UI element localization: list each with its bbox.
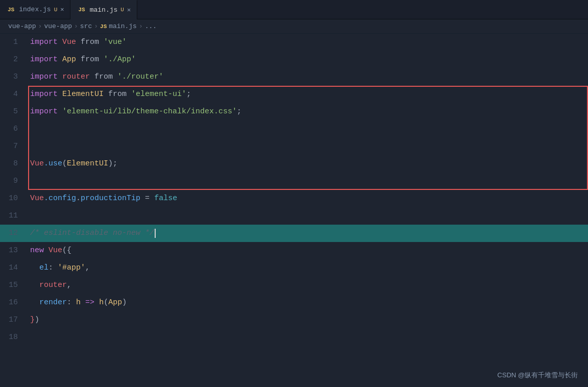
line-number: 17 [0,311,28,329]
token-sp [53,259,58,277]
token-sp [58,103,62,120]
token-sp [81,294,85,311]
line-number: 7 [0,138,28,155]
token-sp [71,294,76,311]
line-number: 6 [0,120,28,138]
line-content[interactable]: import App from './App' [28,51,588,68]
token-id-vue: Vue [62,34,76,51]
close-icon[interactable]: ✕ [127,6,131,14]
line-content[interactable]: Vue.use(ElementUI); [28,155,588,173]
line-content[interactable]: render: h => h(App) [28,294,588,311]
token-kw: import [30,51,58,68]
close-icon[interactable]: ✕ [60,6,64,13]
breadcrumb-sep: › [139,22,143,30]
token-sp [30,259,39,277]
code-line: 17}) [0,311,588,329]
line-number: 18 [0,329,28,346]
watermark: CSDN @纵有千堆雪与长街 [497,371,578,380]
token-sp [113,68,117,86]
token-id-h: h [99,294,104,311]
token-from: from [81,34,99,51]
line-content[interactable]: import router from './router' [28,68,588,86]
token-val-false: false [154,190,177,207]
code-line: 1import Vue from 'vue' [0,34,588,51]
token-punct: ) [35,311,39,329]
token-punct: ) [122,294,127,311]
line-number: 12 [0,225,28,242]
token-id-vue: Vue [30,155,44,173]
line-content[interactable]: import 'element-ui/lib/theme-chalk/index… [28,103,588,120]
token-sp [150,190,154,207]
token-punct: : [67,294,71,311]
line-content[interactable]: }) [28,311,588,329]
line-number: 3 [0,68,28,86]
line-content[interactable]: import ElementUI from 'element-ui'; [28,86,588,103]
line-number: 13 [0,242,28,259]
tab-modified: U [54,7,58,13]
line-number: 11 [0,207,28,225]
code-line: 11 [0,207,588,225]
token-punct: ({ [62,242,71,259]
line-content[interactable] [28,207,588,225]
line-number: 10 [0,190,28,207]
line-number: 9 [0,173,28,190]
token-punct: . [76,190,81,207]
line-number: 4 [0,86,28,103]
token-punct: : [48,259,53,277]
token-sp [127,86,131,103]
editor: 1import Vue from 'vue'2import App from '… [0,34,588,346]
code-line: 18 [0,329,588,346]
line-number: 8 [0,155,28,173]
breadcrumb-part: vue-app [8,22,36,30]
code-line: 12/* eslint-disable no-new */ [0,225,588,242]
line-content[interactable] [28,173,588,190]
breadcrumb: vue-app › vue-app › src › JS main.js › .… [0,19,588,34]
line-content[interactable]: new Vue({ [28,242,588,259]
token-sp [58,34,62,51]
line-number: 5 [0,103,28,120]
token-from: from [108,86,127,103]
tab-main-js[interactable]: JS main.js U ✕ [70,0,137,19]
token-id-router: router [62,68,90,86]
code-line: 8Vue.use(ElementUI); [0,155,588,173]
line-content[interactable]: /* eslint-disable no-new */ [28,225,588,242]
tab-label: index.js [19,6,51,13]
line-number: 1 [0,34,28,51]
code-line: 10Vue.config.productionTip = false [0,190,588,207]
line-content[interactable]: el: '#app', [28,259,588,277]
token-id-vue: Vue [48,242,62,259]
line-content[interactable] [28,329,588,346]
line-number: 15 [0,277,28,294]
token-sp [99,51,104,68]
tab-index-js[interactable]: JS index.js U ✕ [0,0,70,19]
token-sp [94,294,99,311]
line-content[interactable]: Vue.config.productionTip = false [28,190,588,207]
token-arrow: => [85,294,94,311]
tab-label: main.js [90,6,118,14]
code-line: 6 [0,120,588,138]
line-number: 16 [0,294,28,311]
token-kw: import [30,34,58,51]
token-id-vue: Vue [30,190,44,207]
code-line: 7 [0,138,588,155]
token-id-h: h [76,294,81,311]
code-line: 13new Vue({ [0,242,588,259]
code-line: 3import router from './router' [0,68,588,86]
token-str-yellow: '#app' [58,259,85,277]
line-content[interactable]: import Vue from 'vue' [28,34,588,51]
token-id-vue: } [30,311,35,329]
line-content[interactable] [28,138,588,155]
line-content[interactable] [28,120,588,138]
tab-modified: U [120,7,124,13]
highlighted-block: 4import ElementUI from 'element-ui';5imp… [0,86,588,190]
breadcrumb-js-icon: JS [100,23,107,30]
token-fn: render [39,294,67,311]
token-sp [30,277,39,294]
line-content[interactable]: router, [28,277,588,294]
token-sp [44,242,48,259]
token-punct: ; [113,155,117,173]
token-sp [30,294,39,311]
js-icon: JS [77,6,86,13]
breadcrumb-sep: › [38,22,42,30]
token-punct: = [145,190,150,207]
